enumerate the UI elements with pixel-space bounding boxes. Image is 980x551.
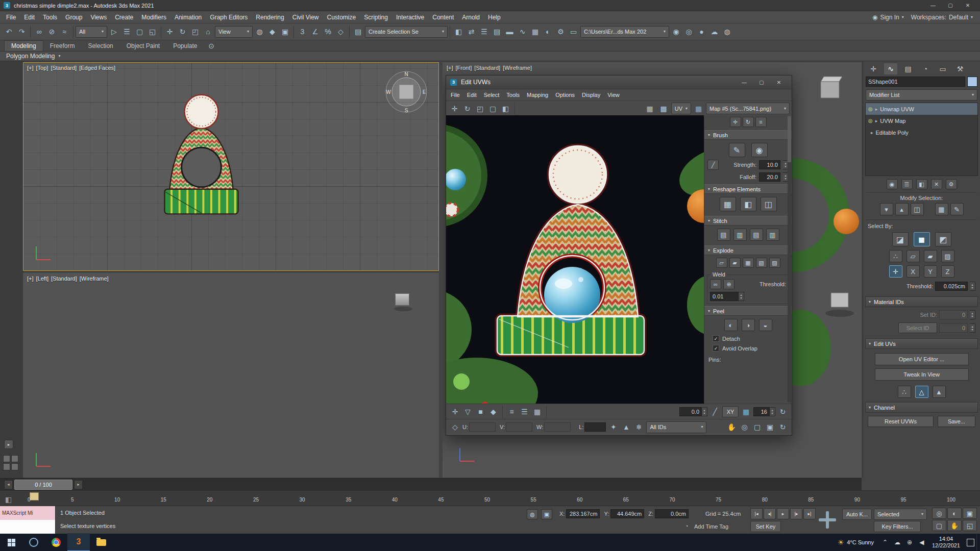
dialog-maximize-button[interactable]: ▢ bbox=[753, 77, 770, 88]
isolate-selection-toggle-icon[interactable]: ◍ bbox=[527, 509, 538, 519]
expand-panel-button[interactable]: ▸ bbox=[4, 440, 13, 449]
undo-icon[interactable]: ↶ bbox=[3, 25, 15, 38]
select-element-cube-icon[interactable]: ◼ bbox=[914, 232, 930, 246]
flatten-polygons-icon[interactable]: ▰ bbox=[729, 258, 741, 268]
peel-rollout-header[interactable]: ▾ Peel bbox=[704, 306, 792, 316]
threshold-field[interactable]: 0.025cm bbox=[935, 282, 968, 291]
snaps-toggle-icon[interactable]: 3 bbox=[296, 25, 309, 38]
play-button[interactable]: ▸ bbox=[777, 508, 789, 519]
action-center-button[interactable] bbox=[964, 534, 976, 551]
tray-volume-icon[interactable]: ◀ bbox=[916, 534, 928, 551]
trackbar-options-icon[interactable]: ◧ bbox=[2, 493, 15, 506]
key-filters-button[interactable]: Key Filters... bbox=[874, 521, 921, 532]
uv-face-mode-icon[interactable]: ▲ bbox=[933, 386, 946, 398]
viewport-label-segment[interactable]: [Front] bbox=[456, 65, 472, 71]
set-id-spinner[interactable]: ▴▾ bbox=[970, 310, 975, 319]
align-horizontal-icon[interactable]: ✛ bbox=[730, 117, 741, 127]
select-and-manipulate-icon[interactable]: ◆ bbox=[266, 25, 279, 38]
zoom-to-selected-icon[interactable]: ↻ bbox=[776, 420, 789, 434]
chrome-taskbar-icon[interactable] bbox=[45, 534, 67, 551]
zoom-icon[interactable]: ◎ bbox=[932, 508, 946, 519]
select-and-link-icon[interactable]: ∞ bbox=[33, 25, 45, 38]
maximize-viewport-icon[interactable]: ◱ bbox=[963, 520, 977, 531]
rectangular-selection-icon[interactable]: ▢ bbox=[133, 25, 146, 38]
search-button[interactable] bbox=[22, 534, 45, 551]
peel-mode-icon[interactable]: ◑ bbox=[742, 319, 755, 331]
viewport-label-segment[interactable]: [Edged Faces] bbox=[79, 65, 115, 71]
hat-object[interactable] bbox=[152, 92, 251, 221]
uv-canvas[interactable] bbox=[446, 115, 704, 404]
modifier-list-dropdown[interactable]: Modifier List ▾ bbox=[866, 89, 977, 101]
previous-frame-button[interactable]: ◂| bbox=[764, 508, 776, 519]
viewport-label-segment[interactable]: [+] bbox=[447, 65, 453, 71]
viewport-label-segment[interactable]: [+] bbox=[27, 65, 34, 71]
set-key-button[interactable]: Set Key bbox=[750, 521, 781, 532]
auto-key-button[interactable]: Auto K... bbox=[842, 509, 872, 520]
ribbon-tab[interactable]: Modeling bbox=[4, 40, 43, 51]
ribbon-tab[interactable]: Populate bbox=[166, 41, 204, 51]
select-vertex-icon[interactable]: ∴ bbox=[889, 250, 902, 262]
dialog-titlebar[interactable]: 3 Edit UVWs — ▢ ✕ bbox=[446, 76, 792, 89]
explode-custom-icon[interactable]: ▨ bbox=[769, 258, 780, 268]
configure-modifier-sets-icon[interactable]: ⚙ bbox=[946, 179, 957, 189]
tile-bitmap-icon[interactable]: ▩ bbox=[657, 102, 670, 115]
tweak-in-view-button[interactable]: Tweak In View bbox=[875, 368, 969, 381]
select-id-spinner[interactable]: ▴▾ bbox=[970, 323, 975, 333]
select-id-field[interactable]: 0 bbox=[939, 323, 968, 333]
falloff-space-icon[interactable]: ■ bbox=[474, 405, 487, 418]
go-to-end-button[interactable]: ▸| bbox=[803, 508, 816, 519]
display-tab-icon[interactable]: ▭ bbox=[936, 63, 949, 74]
scale-icon[interactable]: ◰ bbox=[474, 102, 486, 115]
uvw-transform-gizmo-icon[interactable]: ✛ bbox=[449, 405, 461, 418]
viewport-label-segment[interactable]: [Wireframe] bbox=[80, 276, 109, 282]
menu-item[interactable]: Tools bbox=[39, 11, 61, 23]
uv-vertex-mode-icon[interactable]: ∴ bbox=[898, 386, 911, 398]
select-and-move-icon[interactable]: ✛ bbox=[163, 25, 176, 38]
schematic-view-icon[interactable]: ▦ bbox=[529, 25, 542, 38]
panel-scrollbar[interactable] bbox=[788, 116, 791, 402]
viewport-left[interactable]: [+][Left][Standard][Wireframe] bbox=[23, 273, 439, 478]
falloff-type-icon[interactable]: ◆ bbox=[487, 405, 500, 418]
ribbon-toggle-icon[interactable]: ▬ bbox=[503, 25, 516, 38]
menu-item[interactable]: Customize bbox=[323, 11, 360, 23]
save-uvws-button[interactable]: Save... bbox=[938, 416, 975, 427]
align-icon[interactable]: ⇄ bbox=[465, 25, 478, 38]
material-editor-icon[interactable]: ◐ bbox=[542, 25, 554, 38]
viewport-label-segment[interactable]: [+] bbox=[27, 276, 34, 282]
expand-arrow-icon[interactable]: ▸ bbox=[875, 107, 878, 112]
rotate-icon[interactable]: ↻ bbox=[461, 102, 474, 115]
filter-selected-faces-icon[interactable]: ▲ bbox=[620, 420, 632, 434]
menu-item[interactable]: Group bbox=[61, 11, 86, 23]
viewport-label-segment[interactable]: [Top] bbox=[36, 65, 48, 71]
go-to-start-button[interactable]: |◂ bbox=[750, 508, 763, 519]
dialog-menu-item[interactable]: Tools bbox=[503, 89, 523, 101]
show-map-toggle-icon[interactable]: ▦ bbox=[644, 102, 656, 115]
dialog-menu-item[interactable]: Edit bbox=[463, 89, 480, 101]
select-xy-icon[interactable]: ✛ bbox=[889, 265, 902, 278]
pin-stack-icon[interactable]: ◉ bbox=[887, 179, 898, 189]
menu-item[interactable]: Edit bbox=[20, 11, 39, 23]
dialog-menu-item[interactable]: View bbox=[604, 89, 623, 101]
ribbon-tab[interactable]: Object Paint bbox=[120, 41, 166, 51]
straighten-selection-icon[interactable]: ▦ bbox=[720, 197, 736, 211]
workspaces-dropdown[interactable]: Workspaces: Default ▾ bbox=[911, 14, 973, 21]
left-view-gizmo[interactable] bbox=[395, 293, 409, 306]
tray-chevron-icon[interactable]: ⌃ bbox=[879, 534, 891, 551]
viewport-layout-icon[interactable] bbox=[3, 455, 19, 471]
ribbon-config-icon[interactable]: ⊙ bbox=[205, 41, 218, 51]
brush-rollout-header[interactable]: ▾ Brush bbox=[704, 130, 792, 140]
menu-item[interactable]: Create bbox=[111, 11, 137, 23]
modifier-visibility-icon[interactable]: ◎ bbox=[868, 106, 873, 112]
viewport-label-segment[interactable]: [Standard] bbox=[474, 65, 500, 71]
menu-item[interactable]: Scripting bbox=[360, 11, 392, 23]
weld-selected-icon[interactable]: ∞ bbox=[710, 279, 721, 289]
create-tab-icon[interactable]: ✛ bbox=[867, 63, 880, 74]
start-button[interactable] bbox=[0, 534, 22, 551]
taskbar-clock[interactable]: 14:04 12/22/2021 bbox=[928, 536, 964, 549]
select-and-place-icon[interactable]: ⌂ bbox=[202, 25, 214, 38]
viewport-label-segment[interactable]: [Left] bbox=[36, 276, 48, 282]
checker-pattern-icon[interactable]: ▦ bbox=[692, 102, 705, 115]
dialog-close-button[interactable]: ✕ bbox=[770, 77, 788, 88]
maximize-button[interactable]: ▢ bbox=[942, 0, 959, 11]
project-folder-dropdown[interactable]: C:\Users\Er...ds Max 202 ▾ bbox=[580, 26, 669, 38]
